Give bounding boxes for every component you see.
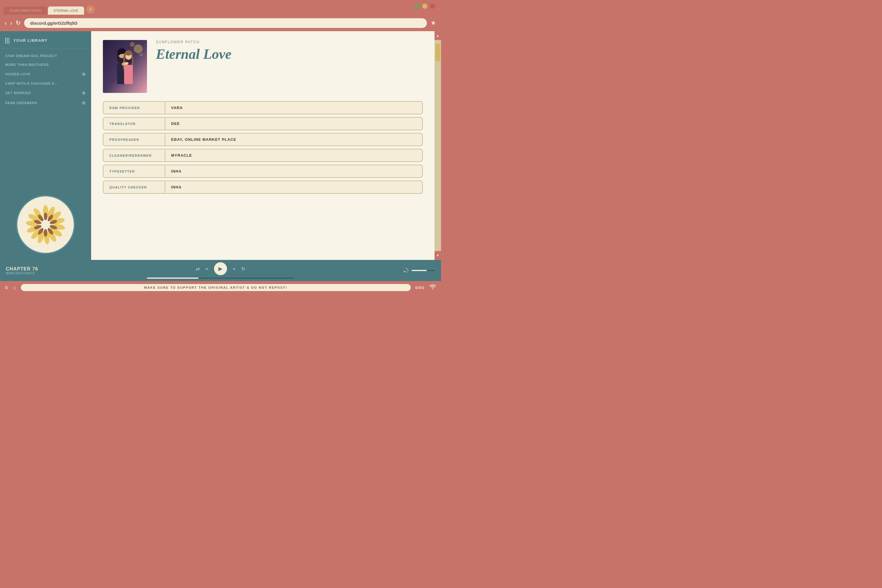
scroll-down-button[interactable]: ▼ bbox=[435, 251, 441, 260]
sidebar-logo bbox=[0, 189, 91, 260]
credit-row: TRANSLATORDEE bbox=[103, 117, 423, 130]
sidebar-item-carp[interactable]: CARP WITH A THOUSAND E... bbox=[0, 79, 91, 88]
svg-point-38 bbox=[124, 62, 129, 65]
wifi-icon bbox=[429, 284, 436, 291]
refresh-button[interactable]: ↻ bbox=[16, 20, 21, 27]
player-source: MANGADEX/BATO bbox=[6, 272, 53, 275]
player-buttons: ⇄ « ▶ » ↻ bbox=[196, 262, 245, 275]
flower-icon: ✿ bbox=[82, 72, 86, 76]
sidebar-title: YOUR LIBRARY bbox=[13, 38, 47, 43]
volume-bar[interactable] bbox=[412, 270, 435, 271]
menu-button[interactable]: ≡ bbox=[5, 284, 8, 291]
shuffle-button[interactable]: ⇄ bbox=[196, 266, 200, 272]
player-controls: ⇄ « ▶ » ↻ bbox=[59, 262, 382, 279]
sidebar-item-label: HIDDEN LOVE bbox=[5, 72, 31, 76]
library-icon: ||| bbox=[5, 36, 10, 44]
volume-fill bbox=[412, 270, 427, 271]
credit-value: MYRACLE bbox=[165, 149, 198, 161]
minimize-button[interactable] bbox=[414, 3, 420, 9]
content-panel: SUNFLOWER PATCH Eternal Love RAW PROVIDE… bbox=[91, 31, 435, 260]
credit-label: RAW PROVIDER bbox=[104, 102, 165, 114]
repeat-button[interactable]: ↻ bbox=[242, 266, 245, 272]
back-button[interactable]: ‹ bbox=[5, 20, 7, 27]
nav-bar: ‹ › ↻ discord.gg/erG2zffq5G ★ bbox=[0, 15, 441, 31]
tab-add-button[interactable]: + bbox=[86, 5, 94, 14]
manga-cover bbox=[103, 40, 147, 93]
prev-button[interactable]: « bbox=[206, 266, 208, 272]
credit-value: VARA bbox=[165, 102, 189, 114]
volume-area: 🔊 bbox=[388, 268, 435, 273]
manga-title: Eternal Love bbox=[156, 46, 423, 62]
tab-inactive-label: SUNFLOWER PATCH bbox=[9, 9, 42, 12]
tab-inactive[interactable]: SUNFLOWER PATCH bbox=[3, 6, 47, 15]
player-info: CHAPTER 76 MANGADEX/BATO bbox=[6, 266, 53, 275]
player-bar: CHAPTER 76 MANGADEX/BATO ⇄ « ▶ » ↻ 🔊 bbox=[0, 260, 441, 281]
window-controls bbox=[414, 3, 435, 9]
credit-value: INHA bbox=[165, 181, 188, 193]
svg-point-27 bbox=[140, 53, 143, 57]
browser-body: ||| YOUR LIBRARY STAR DREAM IDOL PROJECT… bbox=[0, 31, 441, 260]
scrollbar-thumb[interactable] bbox=[435, 44, 440, 61]
content-area: SUNFLOWER PATCH Eternal Love RAW PROVIDE… bbox=[91, 31, 441, 260]
manga-publisher: SUNFLOWER PATCH bbox=[156, 40, 423, 44]
cover-art bbox=[103, 40, 147, 93]
svg-point-19 bbox=[44, 229, 47, 237]
player-chapter: CHAPTER 76 bbox=[6, 266, 53, 272]
sidebar-item-more-than-brothers[interactable]: MORE THAN BROTHERS bbox=[0, 60, 91, 69]
svg-point-35 bbox=[125, 50, 132, 56]
sidebar-item-label: CARP WITH A THOUSAND E... bbox=[5, 82, 58, 85]
manga-info: SUNFLOWER PATCH Eternal Love bbox=[156, 40, 423, 62]
forward-button[interactable]: › bbox=[10, 20, 12, 27]
credit-row: PROOFREADEREBAY, ONLINE MARKET PLACE bbox=[103, 133, 423, 146]
search-button[interactable]: ⌕ bbox=[13, 285, 16, 291]
tab-active-label: ETERNAL LOVE bbox=[54, 9, 78, 12]
credit-value: INHA bbox=[165, 165, 188, 177]
language-selector[interactable]: ENG bbox=[416, 285, 424, 290]
scrollbar: ▲ ▼ bbox=[435, 31, 441, 260]
sidebar-item-label: MORE THAN BROTHERS bbox=[5, 63, 49, 66]
svg-rect-36 bbox=[124, 65, 133, 84]
sidebar-items: STAR DREAM IDOL PROJECT MORE THAN BROTHE… bbox=[0, 48, 91, 189]
bookmark-button[interactable]: ★ bbox=[430, 19, 436, 27]
sidebar-header: ||| YOUR LIBRARY bbox=[0, 31, 91, 48]
address-bar[interactable]: discord.gg/erG2zffq5G bbox=[24, 18, 427, 28]
flower-icon: ✿ bbox=[82, 90, 86, 95]
sidebar-item-label: STAR DREAM IDOL PROJECT bbox=[5, 54, 57, 58]
svg-point-26 bbox=[130, 42, 135, 47]
play-button[interactable]: ▶ bbox=[214, 262, 227, 275]
logo-circle bbox=[16, 195, 75, 254]
credit-label: PROOFREADER bbox=[104, 134, 165, 145]
volume-icon: 🔊 bbox=[403, 268, 409, 273]
maximize-button[interactable] bbox=[422, 3, 428, 9]
sidebar-item-label: DEAR DREAMERS bbox=[5, 101, 38, 105]
flower-icon: ✿ bbox=[82, 100, 86, 105]
credit-row: QUALITY CHECKERINHA bbox=[103, 180, 423, 194]
credits-list: RAW PROVIDERVARATRANSLATORDEEPROOFREADER… bbox=[103, 101, 423, 194]
sidebar-item-get-married[interactable]: GET MARRIED ✿ bbox=[0, 88, 91, 98]
credit-label: TYPESETTER bbox=[104, 166, 165, 177]
credit-row: CLEANER/REDRAWERMYRACLE bbox=[103, 149, 423, 162]
credit-label: TRANSLATOR bbox=[104, 118, 165, 129]
tab-bar: SUNFLOWER PATCH ETERNAL LOVE + bbox=[0, 0, 441, 15]
svg-point-31 bbox=[117, 50, 121, 55]
sidebar-item-hidden-love[interactable]: HIDDEN LOVE ✿ bbox=[0, 69, 91, 79]
credit-value: DEE bbox=[165, 118, 186, 130]
svg-point-14 bbox=[44, 213, 47, 220]
credit-row: RAW PROVIDERVARA bbox=[103, 101, 423, 114]
credit-row: TYPESETTERINHA bbox=[103, 165, 423, 178]
sidebar-item-label: GET MARRIED bbox=[5, 91, 31, 94]
sunflower-logo bbox=[25, 204, 66, 245]
tab-active[interactable]: ETERNAL LOVE bbox=[48, 6, 84, 15]
sidebar-item-dear-dreamers[interactable]: DEAR DREAMERS ✿ bbox=[0, 98, 91, 108]
status-message: MAKE SURE TO SUPPORT THE ORIGINAL ARTIST… bbox=[21, 284, 411, 291]
scroll-up-button[interactable]: ▲ bbox=[435, 31, 441, 40]
progress-fill bbox=[147, 278, 198, 279]
credit-label: QUALITY CHECKER bbox=[104, 182, 165, 193]
close-button[interactable] bbox=[430, 3, 435, 9]
sidebar: ||| YOUR LIBRARY STAR DREAM IDOL PROJECT… bbox=[0, 31, 91, 260]
status-bar: ≡ ⌕ MAKE SURE TO SUPPORT THE ORIGINAL AR… bbox=[0, 281, 441, 294]
sidebar-item-star-dream[interactable]: STAR DREAM IDOL PROJECT bbox=[0, 51, 91, 60]
manga-header: SUNFLOWER PATCH Eternal Love bbox=[103, 40, 423, 93]
progress-bar[interactable] bbox=[147, 278, 294, 279]
next-button[interactable]: » bbox=[233, 266, 236, 272]
